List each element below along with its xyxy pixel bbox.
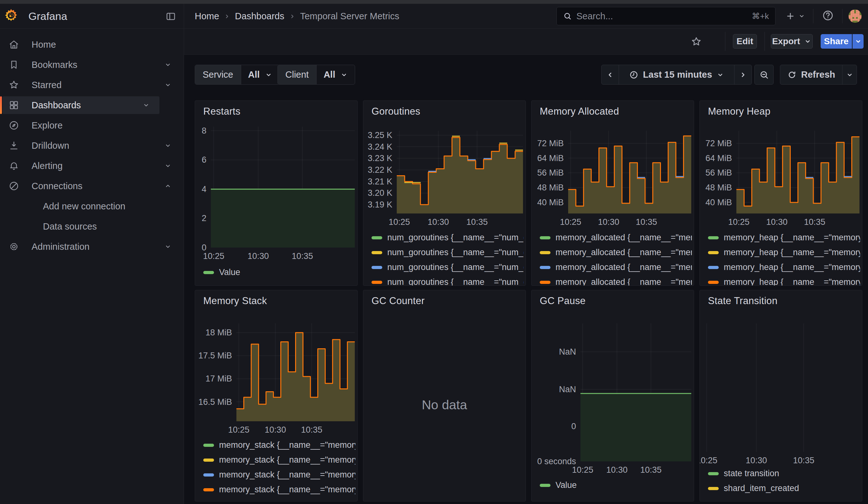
chevron-down-icon[interactable] [164,142,172,150]
legend-item[interactable]: num_goroutines {__name__="num_goroutines… [372,245,524,260]
refresh-button[interactable]: Refresh [780,65,842,84]
legend-label: memory_allocated {__name__="memory_alloc… [556,277,692,286]
sidebar-item-home[interactable]: Home [2,36,181,53]
legend-item[interactable]: memory_heap {__name__="memory_heap" [708,245,860,260]
chart[interactable] [702,323,859,452]
legend-item[interactable]: memory_allocated {__name__="memory_alloc… [540,260,692,275]
legend-swatch [708,281,719,284]
sidebar-item-drilldown[interactable]: Drilldown [2,137,181,154]
panel-title[interactable]: State Transition [708,295,777,307]
chevron-down-icon[interactable] [142,101,150,109]
edit-button[interactable]: Edit [733,34,757,49]
chevron-down-icon [798,13,805,20]
panel-title[interactable]: Memory Heap [708,106,771,117]
panel-title[interactable]: Goroutines [372,106,421,117]
chart[interactable] [736,131,859,214]
y-axis-label: 3.20 K [363,188,392,198]
chevron-up-icon[interactable] [164,182,172,190]
y-axis-label: 56 MiB [700,168,732,177]
favorite-star-icon[interactable] [691,36,702,48]
legend-item[interactable]: num_goroutines {__name__="num_goroutines… [372,260,524,275]
filter-value-dropdown[interactable]: All [241,65,279,84]
legend-item[interactable]: memory_stack {__name__="memory_stack" [203,453,355,467]
chevron-down-icon[interactable] [164,243,172,250]
chart[interactable] [568,131,691,214]
panel-title[interactable]: Restarts [203,106,240,117]
chart[interactable] [211,127,355,248]
search-input[interactable]: Search... ⌘+k [557,7,776,25]
sidebar-item-add-new-connection[interactable]: Add new connection [2,197,181,215]
header-brand-section [0,4,184,29]
zoom-out-button[interactable] [754,65,774,85]
y-axis-label: 72 MiB [531,138,564,148]
share-dropdown-button[interactable] [852,34,864,49]
legend-item[interactable]: num_goroutines {__name__="num_goroutines… [372,275,524,286]
export-button[interactable]: Export [771,34,813,49]
breadcrumb-item[interactable]: Home [195,11,219,21]
chevron-down-icon[interactable] [164,81,172,89]
chart[interactable] [236,323,355,421]
sidebar-item-data-sources[interactable]: Data sources [2,218,181,235]
panel-title[interactable]: GC Pause [540,295,586,307]
sidebar-item-label: Add new connection [43,201,125,212]
legend-item[interactable]: Value [540,478,692,493]
legend-item[interactable]: memory_stack {__name__="memory_stack" [203,438,355,453]
panel-title[interactable]: Memory Stack [203,295,267,307]
sidebar-item-explore[interactable]: Explore [2,116,181,134]
time-back-button[interactable] [602,65,619,84]
panel-title[interactable]: GC Counter [372,295,425,307]
breadcrumb-separator-icon [224,13,230,20]
legend-label: memory_allocated {__name__="memory_alloc… [556,248,692,257]
breadcrumb: HomeDashboardsTemporal Server Metrics [195,4,399,29]
filter-value-dropdown[interactable]: All [317,65,355,84]
time-range-label: Last 15 minutes [643,70,712,80]
sidebar-item-alerting[interactable]: Alerting [2,157,181,175]
chevron-down-icon[interactable] [164,61,172,69]
add-new-button[interactable] [782,8,809,25]
legend-item[interactable]: state transition [708,466,860,481]
sidebar-item-administration[interactable]: Administration [2,238,181,256]
sidebar-item-starred[interactable]: Starred [2,76,181,94]
bell-icon [8,161,20,171]
sidebar-item-label: Home [32,40,56,50]
x-axis-label: 10:25 [228,425,250,435]
compass-icon [8,120,20,131]
sidebar-collapse-icon[interactable] [165,11,176,22]
legend-swatch [203,488,214,491]
help-icon[interactable] [822,10,834,21]
legend-item[interactable]: memory_stack {__name__="memory_stack" [203,482,355,497]
legend-item[interactable]: shard_item_created [708,481,860,496]
legend-item[interactable]: memory_stack {__name__="memory_stack" [203,467,355,482]
chart[interactable] [580,323,691,461]
y-axis-label: 40 MiB [531,198,564,207]
avatar[interactable] [848,10,862,23]
legend-swatch [708,472,719,475]
time-forward-button[interactable] [734,65,752,84]
legend-item[interactable]: Value [203,265,355,280]
y-axis-label: 64 MiB [700,154,732,163]
sidebar-item-bookmarks[interactable]: Bookmarks [2,56,181,74]
sidebar-item-dashboards[interactable]: Dashboards [2,96,159,114]
sidebar-item-label: Bookmarks [32,60,78,70]
breadcrumb-item[interactable]: Dashboards [235,11,284,21]
refresh-interval-button[interactable] [842,65,857,84]
legend-item[interactable]: memory_allocated {__name__="memory_alloc… [540,230,692,245]
share-button[interactable]: Share [821,34,852,49]
panel-title[interactable]: Memory Allocated [540,106,619,117]
legend-item[interactable]: memory_allocated {__name__="memory_alloc… [540,275,692,286]
time-range-button[interactable]: Last 15 minutes [619,65,734,84]
y-axis-label: 4 [195,184,206,194]
legend-item[interactable]: memory_heap {__name__="memory_heap" [708,230,860,245]
toolbar-divider [764,32,765,51]
legend-item[interactable]: memory_heap {__name__="memory_heap" [708,275,860,286]
legend-label: memory_allocated {__name__="memory_alloc… [556,233,692,243]
chart[interactable] [397,131,523,214]
legend-item[interactable]: memory_heap {__name__="memory_heap" [708,260,860,275]
legend-item[interactable]: memory_allocated {__name__="memory_alloc… [540,245,692,260]
sidebar-item-connections[interactable]: Connections [2,177,181,195]
chevron-down-icon[interactable] [164,162,172,169]
legend-item[interactable]: num_goroutines {__name__="num_goroutines… [372,230,524,245]
sidebar-item-label: Dashboards [32,100,81,111]
clock-icon [629,70,639,80]
filter-client: ClientAll [277,65,355,85]
